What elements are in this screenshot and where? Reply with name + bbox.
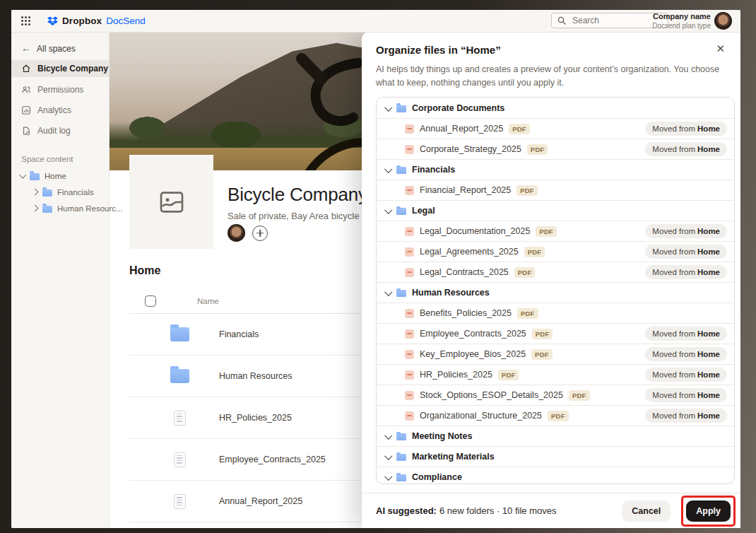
pdf-badge: PDF [498,370,519,380]
modal-file-row[interactable]: Corporate_Strategy_2025PDFMoved fromHome [377,139,734,159]
apps-grid-icon[interactable] [21,16,30,25]
moved-from-target: Home [697,411,720,420]
modal-file-row[interactable]: Legal_Documentation_2025PDFMoved fromHom… [377,221,734,241]
space-members [228,224,268,242]
space-image-placeholder[interactable] [129,155,213,249]
pdf-badge: PDF [517,308,538,319]
modal-folder-row[interactable]: Financials [377,159,734,180]
sidebar-tree-item[interactable]: Human Resourc... [11,200,109,216]
tree-item-label: Financials [57,188,94,197]
moved-from-badge: Moved fromHome [645,122,727,136]
file-name: Legal_Documentation_2025 [420,226,530,236]
member-avatar[interactable] [228,224,245,242]
file-name: Corporate_Strategy_2025 [420,144,521,154]
chevron-down-icon[interactable] [384,432,392,440]
pdf-badge: PDF [509,124,530,134]
moved-from-target: Home [697,268,720,276]
modal-file-row[interactable]: Organizational_Structure_2025PDFMoved fr… [377,405,734,426]
pdf-file-icon [405,247,414,257]
modal-file-row[interactable]: Annual_Report_2025PDFMoved fromHome [377,118,734,139]
ai-suggested-label: AI suggested: [376,505,437,516]
sidebar-item-label: Permissions [37,85,83,95]
modal-file-row[interactable]: Legal_Agreements_2025PDFMoved fromHome [377,241,734,262]
chevron-down-icon[interactable] [384,473,392,481]
search-box[interactable] [551,13,668,28]
file-name: Employee_Contracts_2025 [219,455,326,464]
sidebar-item-audit-log[interactable]: Audit log [11,122,109,139]
row-icon-cell [170,452,189,467]
chevron-right-icon[interactable] [32,189,39,196]
modal-file-row[interactable]: Stock_Options_ESOP_Details_2025PDFMoved … [377,385,734,405]
user-avatar[interactable] [714,12,732,30]
sidebar-tree-item[interactable]: Financials [11,184,109,200]
moved-from-text: Moved from [652,391,695,399]
folder-icon [170,327,189,341]
modal-file-row[interactable]: HR_Policies_2025PDFMoved fromHome [377,364,734,385]
chevron-down-icon[interactable] [384,206,392,214]
modal-folder-row[interactable]: Meeting Notes [377,426,734,446]
dropbox-logo-icon [47,16,58,26]
moved-from-text: Moved from [652,350,695,358]
modal-folder-row[interactable]: Corporate Documents [377,98,734,118]
folder-name: Human Resources [412,288,490,298]
modal-file-row[interactable]: Key_Employee_Bios_2025PDFMoved fromHome [377,344,734,364]
pdf-badge: PDF [532,329,553,339]
folder-icon [30,173,40,180]
moved-from-badge: Moved fromHome [645,409,727,423]
moved-from-badge: Moved fromHome [645,142,727,156]
chevron-down-icon[interactable] [19,172,26,179]
file-name: Financial_Report_2025 [420,185,511,195]
moved-from-badge: Moved fromHome [645,368,727,382]
organize-files-modal: Organize files in “Home” ✕ AI helps tidy… [362,32,740,528]
pdf-file-icon [405,186,414,195]
chevron-down-icon[interactable] [384,452,392,460]
moved-from-badge: Moved fromHome [645,224,727,238]
modal-folder-row[interactable]: Human Resources [377,282,734,303]
brand-dropbox: Dropbox [62,16,102,26]
folder-icon [396,433,406,440]
modal-file-row[interactable]: Benefits_Policies_2025PDF [377,303,734,323]
modal-folder-row[interactable]: Marketing Materials [377,446,734,467]
document-icon [174,411,186,426]
file-name: Stock_Options_ESOP_Details_2025 [420,390,563,400]
modal-file-row[interactable]: Financial_Report_2025PDF [377,180,734,200]
pdf-badge: PDF [531,349,553,360]
modal-folder-row[interactable]: Legal [377,200,734,221]
back-to-all-spaces[interactable]: ← All spaces [21,43,100,54]
chevron-right-icon[interactable] [32,205,39,212]
sidebar-item-bicycle-company[interactable]: Bicycle Company [11,60,109,77]
select-all-checkbox[interactable] [145,295,156,307]
account-info[interactable]: Company name Docsend plan type [652,12,711,30]
moved-from-target: Home [697,227,720,235]
folder-name: Meeting Notes [412,431,472,441]
tree-item-label: Human Resourc... [57,204,123,213]
chevron-down-icon[interactable] [384,165,392,173]
sidebar-item-permissions[interactable]: Permissions [11,81,109,98]
pdf-file-icon [405,309,414,318]
sidebar-tree-item[interactable]: Home [11,168,109,184]
modal-file-row[interactable]: Legal_Contracts_2025PDFMoved fromHome [377,262,734,282]
pdf-file-icon [405,370,414,380]
add-member-button[interactable] [252,226,268,241]
file-name: Annual_Report_2025 [420,124,503,134]
sidebar-item-label: Analytics [37,105,71,115]
row-icon-cell [170,411,189,426]
search-input[interactable] [571,15,658,26]
apply-button[interactable]: Apply [686,500,731,522]
image-icon [158,188,186,216]
back-arrow-icon: ← [21,43,30,54]
pdf-badge: PDF [569,390,590,401]
chart-icon [21,105,31,115]
cancel-button[interactable]: Cancel [622,500,671,522]
modal-file-row[interactable]: Employee_Contracts_2025PDFMoved fromHome [377,323,734,344]
sidebar-item-analytics[interactable]: Analytics [11,101,109,119]
brand-logo[interactable]: Dropbox DocSend [47,16,146,26]
chevron-down-icon[interactable] [384,288,392,296]
search-icon [557,16,566,25]
close-icon[interactable]: ✕ [713,41,728,57]
modal-title: Organize files in “Home” [376,44,501,56]
pdf-badge: PDF [548,411,569,421]
moved-from-text: Moved from [652,329,695,338]
chevron-down-icon[interactable] [384,103,392,111]
modal-folder-row[interactable]: Compliance [377,467,734,484]
